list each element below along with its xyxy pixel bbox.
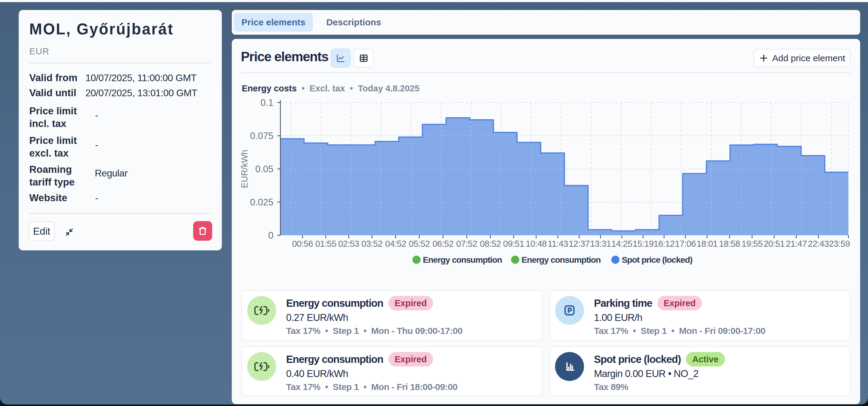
svg-text:18:01: 18:01: [696, 239, 718, 248]
svg-text:12:37: 12:37: [568, 239, 590, 248]
svg-text:17:06: 17:06: [675, 239, 696, 248]
svg-text:23:59: 23:59: [829, 239, 850, 248]
svg-text:10:48: 10:48: [526, 239, 547, 248]
svg-text:02:53: 02:53: [338, 239, 360, 248]
svg-text:22:43: 22:43: [808, 239, 829, 248]
svg-text:0.025: 0.025: [250, 197, 273, 207]
svg-text:08:52: 08:52: [480, 239, 501, 248]
svg-text:15:19: 15:19: [632, 239, 654, 248]
svg-text:16:12: 16:12: [653, 239, 675, 248]
svg-text:03:52: 03:52: [362, 239, 383, 248]
svg-text:13:31: 13:31: [590, 239, 611, 248]
svg-text:07:52: 07:52: [456, 239, 477, 248]
svg-text:04:52: 04:52: [385, 239, 406, 248]
svg-text:0.05: 0.05: [255, 164, 273, 174]
svg-text:00:56: 00:56: [292, 239, 313, 248]
svg-text:Energy consumption: Energy consumption: [522, 255, 600, 265]
svg-text:18:58: 18:58: [719, 239, 740, 248]
svg-text:09:51: 09:51: [503, 239, 524, 248]
svg-text:0.1: 0.1: [260, 97, 273, 108]
svg-text:05:52: 05:52: [409, 239, 430, 248]
svg-text:06:52: 06:52: [433, 239, 454, 248]
svg-text:Energy consumption: Energy consumption: [423, 255, 502, 265]
svg-text:EUR/kWh: EUR/kWh: [240, 149, 249, 188]
svg-text:20:51: 20:51: [764, 239, 785, 248]
svg-text:19:55: 19:55: [742, 239, 763, 248]
svg-text:0.075: 0.075: [250, 131, 273, 141]
svg-text:14:25: 14:25: [612, 239, 632, 248]
svg-text:21:47: 21:47: [786, 239, 807, 248]
svg-text:Spot price (locked): Spot price (locked): [622, 255, 692, 265]
svg-text:01:55: 01:55: [315, 239, 337, 248]
svg-text:0: 0: [268, 230, 273, 241]
svg-text:11:43: 11:43: [548, 239, 568, 248]
